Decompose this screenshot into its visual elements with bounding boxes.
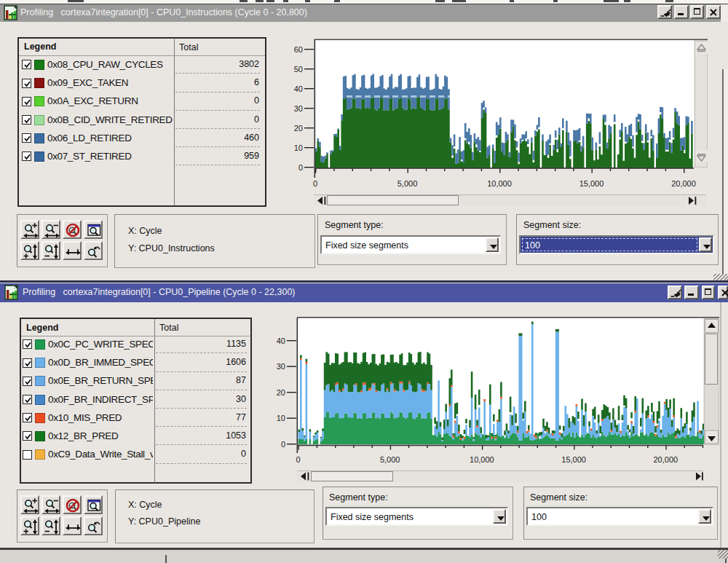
svg-text:0: 0 — [298, 163, 303, 172]
svg-text:40: 40 — [294, 84, 303, 93]
svg-text:30: 30 — [277, 362, 285, 371]
svg-text:40: 40 — [277, 336, 285, 345]
svg-text:30: 30 — [294, 104, 303, 113]
svg-text:20,000: 20,000 — [653, 455, 678, 464]
svg-text:50: 50 — [294, 65, 303, 74]
svg-text:0: 0 — [296, 455, 300, 464]
svg-text:0: 0 — [281, 440, 285, 449]
svg-text:20,000: 20,000 — [671, 179, 696, 188]
svg-text:10: 10 — [294, 143, 303, 152]
svg-text:20: 20 — [277, 388, 285, 397]
svg-text:10: 10 — [277, 414, 285, 422]
svg-text:60: 60 — [294, 45, 303, 54]
svg-text:15,000: 15,000 — [579, 179, 604, 188]
svg-text:10,000: 10,000 — [470, 455, 494, 464]
svg-text:5,000: 5,000 — [397, 179, 418, 188]
svg-text:15,000: 15,000 — [561, 455, 586, 464]
svg-text:20: 20 — [294, 124, 303, 133]
svg-text:10,000: 10,000 — [487, 179, 512, 188]
svg-text:0: 0 — [313, 179, 317, 188]
svg-text:5,000: 5,000 — [380, 455, 400, 464]
